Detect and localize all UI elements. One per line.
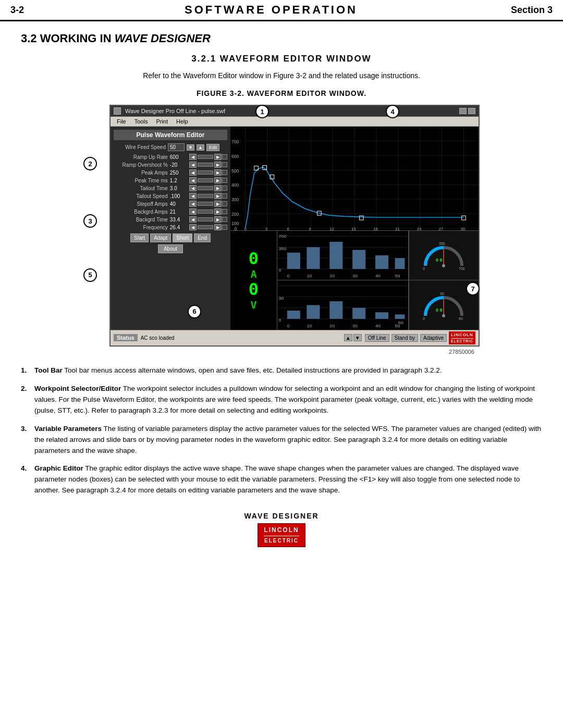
maximize-btn[interactable] (468, 108, 475, 114)
software-window: Wave Designer Pro Off Line - pulse.swf F… (109, 105, 480, 347)
ctrl-inc-tailoutspeed[interactable]: ▶ (214, 193, 222, 199)
ctrl-inc-peaktimems[interactable]: ▶ (214, 177, 222, 183)
param-controls-rampuprate: ◀ ▶ (189, 154, 227, 160)
ctrl-inc-stepoffamps[interactable]: ▶ (214, 201, 222, 207)
list-item-3: 3. Variable Parameters The listing of va… (21, 424, 542, 456)
ctrl-slider-frequency[interactable] (198, 225, 213, 229)
ctrl-dec-stepoffamps[interactable]: ◀ (189, 201, 197, 207)
section-title: 3.2 WORKING IN WAVE DESIGNER (21, 32, 542, 45)
ctrl-dec-tailouttime[interactable]: ◀ (189, 185, 197, 191)
ctrl-inc-rampuprate[interactable]: ▶ (214, 154, 222, 160)
ctrl-inc-peakamps[interactable]: ▶ (214, 169, 222, 176)
list-num-4: 4. (21, 463, 30, 474)
param-row-peakamps: Peak Amps 250 ◀ ▶ (114, 169, 227, 176)
ctrl-dot-tailouttime (222, 186, 227, 191)
menu-print[interactable]: Print (152, 118, 172, 125)
ctrl-slider-rampovershoot[interactable] (198, 163, 213, 167)
ctrl-slider-backgrdamps[interactable] (198, 209, 213, 214)
ctrl-dec-frequency[interactable]: ◀ (189, 224, 197, 230)
list-num-3: 3. (21, 424, 30, 435)
ctrl-inc-frequency[interactable]: ▶ (214, 224, 222, 230)
about-btn-row: About (114, 244, 227, 253)
ctrl-dec-rampuprate[interactable]: ◀ (189, 154, 197, 160)
ctrl-slider-tailoutspeed[interactable] (198, 194, 213, 198)
menu-help[interactable]: Help (172, 118, 192, 125)
param-value-backgrdamps: 21 (170, 209, 189, 215)
param-label-peakamps: Peak Amps (114, 170, 170, 176)
svg-text:400: 400 (231, 182, 239, 188)
wfs-spinup[interactable]: ▲ (197, 144, 204, 151)
mini-chart-svg-bottom: 30 0 0 10 20 30 40 50 60 (277, 280, 408, 330)
sw-bottom: 0 A 0 V (230, 231, 479, 330)
ctrl-inc-rampovershoot[interactable]: ▶ (214, 162, 222, 168)
ctrl-inc-tailouttime[interactable]: ▶ (214, 185, 222, 191)
btn-adapt[interactable]: Adapt (150, 233, 171, 242)
btn-short[interactable]: Short (173, 233, 192, 242)
ctrl-slider-peaktimems[interactable] (198, 178, 213, 182)
ctrl-slider-rampuprate[interactable] (198, 155, 213, 159)
list-bold-4: Graphic Editor (34, 464, 83, 472)
amps-value: 0 (249, 250, 259, 268)
menu-file[interactable]: File (113, 118, 130, 125)
ctrl-inc-backgrdtime[interactable]: ▶ (214, 216, 222, 223)
btn-start[interactable]: Start (130, 233, 149, 242)
ctrl-dec-peaktimems[interactable]: ◀ (189, 177, 197, 183)
ctrl-dot-backgrdtime (222, 217, 227, 222)
left-panel: Pulse Waveform Editor Wire Feed Speed ▼ … (111, 127, 230, 330)
callout-3: 3 (83, 214, 97, 228)
section-label: Section 3 (490, 5, 553, 16)
svg-text:40: 40 (375, 274, 381, 278)
ctrl-dec-peakamps[interactable]: ◀ (189, 169, 197, 176)
gauge-row-bottom: 30 0 0 10 20 30 40 50 60 (277, 280, 479, 330)
ctrl-dec-rampovershoot[interactable]: ◀ (189, 162, 197, 168)
wfs-edit-btn[interactable]: Edit (206, 144, 220, 151)
param-row-tailoutspeed: Tailout Speed .100 ◀ ▶ (114, 193, 227, 199)
param-row-backgrdtime: Backgrd Time 33.4 ◀ ▶ (114, 216, 227, 223)
svg-text:350: 350 (439, 242, 445, 245)
volts-value: 0 (249, 280, 259, 299)
minimize-btn[interactable] (459, 108, 467, 114)
main-content: 3.2 WORKING IN WAVE DESIGNER 3.2.1 WAVEF… (0, 21, 563, 568)
param-controls-peakamps: ◀ ▶ (189, 169, 227, 176)
svg-rect-82 (307, 305, 320, 319)
svg-text:60: 60 (459, 317, 463, 320)
list-text-4: Graphic Editor The graphic editor displa… (34, 463, 542, 496)
ctrl-slider-peakamps[interactable] (198, 170, 213, 175)
status-scroll-up[interactable]: ▲ (344, 334, 352, 341)
svg-text:0: 0 (279, 268, 282, 273)
ctrl-dec-tailoutspeed[interactable]: ◀ (189, 193, 197, 199)
ctrl-slider-stepoffamps[interactable] (198, 202, 213, 206)
btn-end[interactable]: End (194, 233, 211, 242)
footer-logo: LINCOLN ELECTRIC (258, 523, 305, 547)
svg-text:27: 27 (439, 227, 443, 230)
ctrl-slider-tailouttime[interactable] (198, 186, 213, 190)
list-body-3: The listing of variable parameters displ… (34, 425, 541, 454)
list-bold-3: Variable Parameters (34, 425, 102, 433)
ctrl-dec-backgrdtime[interactable]: ◀ (189, 216, 197, 223)
wfs-spindown[interactable]: ▼ (187, 144, 194, 151)
callout-7: 7 (466, 282, 480, 295)
btn-about[interactable]: About (158, 244, 183, 253)
ctrl-dot-rampovershoot (222, 162, 227, 167)
ctrl-slider-backgrdtime[interactable] (198, 217, 213, 221)
svg-text:10: 10 (307, 274, 312, 278)
btn-adaptive[interactable]: Adaptive (420, 334, 447, 342)
svg-text:700: 700 (459, 267, 465, 270)
status-scroll-down[interactable]: ▼ (353, 334, 362, 341)
svg-text:9: 9 (309, 227, 311, 230)
param-value-backgrdtime: 33.4 (170, 217, 189, 223)
param-controls-tailoutspeed: ◀ ▶ (189, 193, 227, 199)
svg-rect-56 (287, 253, 300, 269)
ctrl-inc-backgrdamps[interactable]: ▶ (214, 208, 222, 215)
page-footer: WAVE DESIGNER LINCOLN ELECTRIC (21, 512, 542, 558)
menu-tools[interactable]: Tools (130, 118, 152, 125)
mini-chart-top: 700 350 0 0 10 20 30 40 50 (277, 231, 409, 280)
btn-standby[interactable]: Stand by (391, 334, 418, 342)
svg-rect-84 (352, 308, 365, 319)
ctrl-dec-backgrdamps[interactable]: ◀ (189, 208, 197, 215)
param-value-frequency: 26.4 (170, 225, 189, 230)
volts-unit: V (250, 299, 256, 311)
svg-rect-59 (352, 250, 365, 269)
wfs-input[interactable] (168, 143, 185, 151)
btn-offline[interactable]: Off Line (365, 334, 389, 342)
